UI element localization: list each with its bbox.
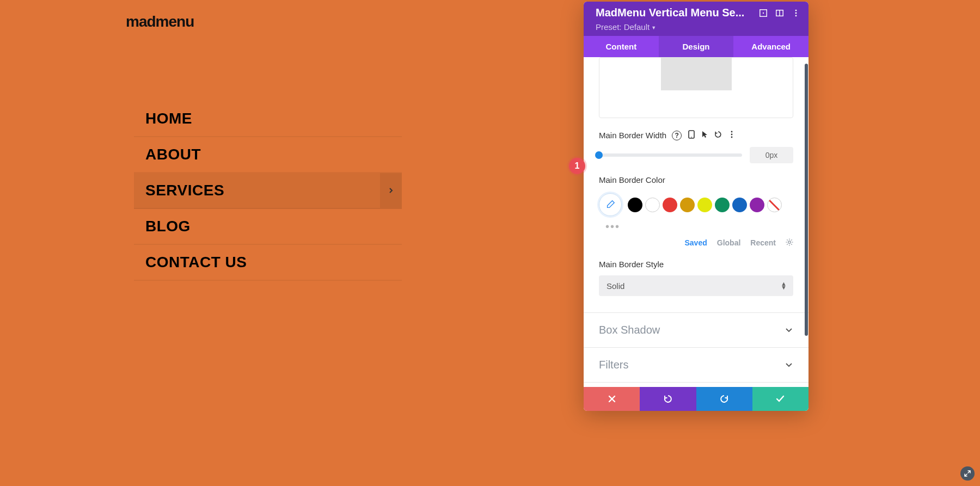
menu-item-blog[interactable]: BLOG [134,209,402,245]
border-style-label: Main Border Style [599,260,664,269]
accordion-label: Filters [599,359,628,371]
menu-item-label: BLOG [145,218,191,235]
setting-border-width: Main Border Width ? 0px [599,130,793,163]
svg-point-10 [731,134,733,136]
expand-icon[interactable] [758,8,768,18]
menu-item-about[interactable]: ABOUT [134,137,402,173]
panel-body: Main Border Width ? 0px Main Border Colo… [584,57,808,387]
svg-point-4 [795,9,797,11]
resize-handle[interactable] [960,466,975,481]
preset-label: Preset: Default [596,22,650,32]
panel-tabs: Content Design Advanced [584,36,808,57]
tab-design[interactable]: Design [659,36,734,57]
border-width-value[interactable]: 0px [750,147,793,163]
columns-icon[interactable] [775,8,785,18]
swatch-tab-saved[interactable]: Saved [685,238,707,248]
badge-number: 1 [575,161,580,171]
swatch-teal[interactable] [715,198,730,212]
border-width-label: Main Border Width [599,131,666,140]
svg-line-19 [791,239,792,241]
cursor-icon[interactable] [701,131,708,140]
tab-advanced[interactable]: Advanced [733,36,808,57]
svg-point-11 [731,137,733,138]
more-swatches-icon[interactable]: ••• [605,220,793,233]
step-badge-1: 1 [569,158,585,174]
svg-line-18 [791,244,792,245]
svg-point-8 [691,137,692,138]
menu-item-label: CONTACT US [145,254,247,271]
color-picker-button[interactable] [599,193,622,216]
preset-selector[interactable]: Preset: Default ▼ [596,22,801,32]
caret-down-icon: ▼ [651,25,656,30]
panel-header: MadMenu Vertical Menu Se... Preset: Defa… [584,2,808,36]
setting-border-color: Main Border Color ••• [599,175,793,233]
swatch-yellow[interactable] [697,198,712,212]
reset-icon[interactable] [714,131,722,140]
accordion-filters[interactable]: Filters [584,347,808,383]
menu-item-home[interactable]: HOME [134,101,402,137]
resize-icon [964,470,971,477]
menu-item-label: SERVICES [145,182,224,199]
svg-line-20 [787,244,788,245]
border-width-slider[interactable] [599,153,742,157]
swatch-tab-global[interactable]: Global [717,238,741,248]
swatch-blue[interactable] [732,198,747,212]
setting-border-style: Main Border Style Solid ▲▼ [599,260,793,296]
swatch-tab-recent[interactable]: Recent [750,238,776,248]
submenu-toggle[interactable] [380,173,402,208]
menu-item-services[interactable]: SERVICES [134,173,402,209]
swatch-black[interactable] [628,198,642,212]
svg-point-1 [763,12,764,13]
redo-icon [719,394,729,404]
kebab-icon[interactable] [728,131,735,140]
swatch-orange[interactable] [680,198,695,212]
border-preview-inner [661,58,732,90]
confirm-button[interactable] [752,387,808,411]
select-updown-icon: ▲▼ [781,282,787,290]
vertical-menu: HOME ABOUT SERVICES BLOG CONTACT US [134,101,402,281]
check-icon [775,394,785,404]
eyedropper-icon [605,200,615,210]
accordion-label: Box Shadow [599,324,660,336]
menu-item-label: HOME [145,110,192,127]
phone-icon[interactable] [688,130,695,140]
menu-item-label: ABOUT [145,146,201,163]
swatch-red[interactable] [663,198,677,212]
swatch-white[interactable] [645,198,660,212]
menu-item-contact[interactable]: CONTACT US [134,245,402,281]
chevron-down-icon [785,326,793,335]
site-logo: madmenu [126,13,194,30]
redo-button[interactable] [696,387,752,411]
help-icon[interactable]: ? [672,131,682,140]
chevron-right-icon [388,188,394,193]
tab-content[interactable]: Content [584,36,659,57]
panel-title: MadMenu Vertical Menu Se... [596,7,752,19]
undo-icon [663,394,673,404]
chevron-down-icon [785,361,793,370]
svg-point-6 [795,15,797,16]
swatch-purple[interactable] [750,198,764,212]
undo-button[interactable] [640,387,696,411]
panel-footer [584,387,808,411]
border-style-value: Solid [607,281,624,291]
scrollbar[interactable] [805,64,808,336]
slider-thumb[interactable] [595,151,603,159]
gear-icon[interactable] [786,238,793,248]
accordion-box-shadow[interactable]: Box Shadow [584,312,808,347]
kebab-menu-icon[interactable] [791,8,801,18]
svg-point-12 [788,241,791,243]
cancel-button[interactable] [584,387,640,411]
border-color-label: Main Border Color [599,175,665,184]
settings-panel: MadMenu Vertical Menu Se... Preset: Defa… [584,2,808,411]
border-preview [599,57,793,118]
swatch-transparent[interactable] [767,198,782,212]
svg-point-9 [731,131,733,133]
close-icon [608,395,616,403]
svg-line-17 [787,239,788,241]
svg-point-5 [795,12,797,14]
preview-canvas: madmenu HOME ABOUT SERVICES BLOG CONTACT… [0,0,980,486]
swatch-palette-tabs: Saved Global Recent [584,238,808,248]
border-style-select[interactable]: Solid ▲▼ [599,275,793,296]
